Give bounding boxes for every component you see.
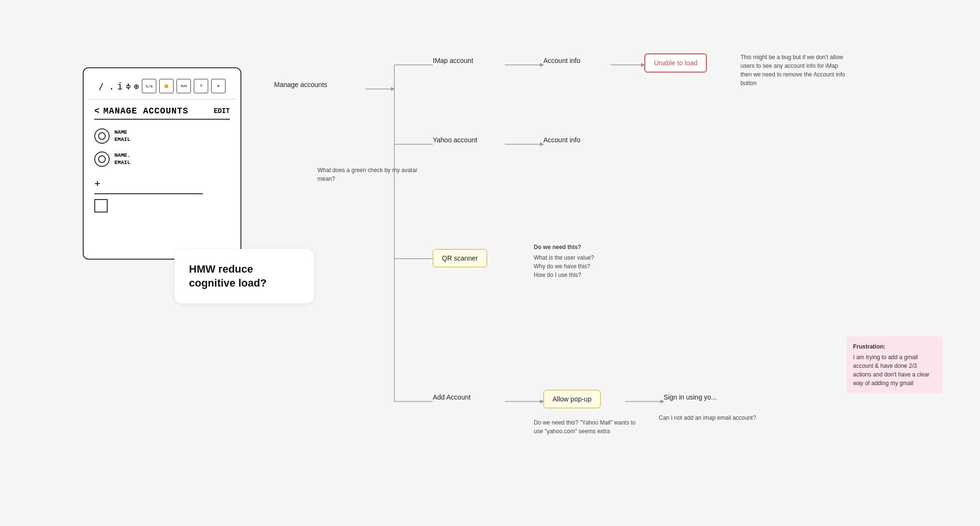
allow-popup-node: Allow pop-up bbox=[543, 390, 601, 408]
sketch-account-text-2: NAME. EMAIL bbox=[114, 152, 130, 167]
sketch-wireframe-card: / . i ≑ ⊕ 5/8 😊 Add ⠿ ⊞ < MANAGE ACCOUNT… bbox=[83, 67, 241, 260]
add-account-node: Add Account bbox=[433, 393, 471, 401]
qr-scanner-box: QR scanner bbox=[433, 249, 487, 267]
sketch-topbar: / . i ≑ ⊕ 5/8 😊 Add ⠿ ⊞ bbox=[88, 73, 236, 100]
flow-diagram: Manage accounts IMap account Account inf… bbox=[260, 48, 957, 481]
sketch-square-icon bbox=[94, 199, 108, 213]
allow-popup-label: Allow pop-up bbox=[553, 395, 591, 403]
sketch-account-row-2: NAME. EMAIL bbox=[88, 148, 236, 171]
imap-label: IMap account bbox=[433, 57, 473, 64]
manage-accounts-label: Manage accounts bbox=[274, 81, 327, 88]
imap-account-node: IMap account bbox=[433, 57, 473, 64]
sketch-header: < MANAGE ACCOUNTS EDIT bbox=[88, 100, 236, 119]
sketch-icon-3: Add bbox=[176, 79, 191, 93]
qr-annotation-title: Do we need this? bbox=[534, 243, 594, 251]
sketch-manage-accounts-title: MANAGE ACCOUNTS bbox=[103, 106, 210, 116]
add-account-label: Add Account bbox=[433, 393, 471, 401]
sketch-icon-2: 😊 bbox=[159, 79, 174, 93]
manage-accounts-node: Manage accounts bbox=[274, 81, 327, 88]
flow-connectors bbox=[260, 48, 957, 481]
sign-in-label: Sign in using yo... bbox=[664, 393, 717, 401]
sign-in-annotation: Can I not add an imap email account? bbox=[659, 413, 756, 422]
sketch-icon-4: ⠿ bbox=[194, 79, 208, 93]
sign-in-node: Sign in using yo... bbox=[664, 393, 717, 401]
imap-account-info-node: Account info bbox=[543, 57, 580, 64]
sketch-account-text-1: NAME EMAIL bbox=[114, 129, 130, 144]
sketch-icon-5: ⊞ bbox=[211, 79, 226, 93]
allow-popup-annotation-text: Do we need this? "Yahoo Mail" wants to u… bbox=[534, 419, 636, 435]
sketch-bottom: + bbox=[88, 171, 236, 216]
sketch-avatar-1 bbox=[94, 128, 110, 144]
allow-popup-annotation: Do we need this? "Yahoo Mail" wants to u… bbox=[534, 418, 640, 436]
allow-popup-box: Allow pop-up bbox=[543, 390, 601, 408]
frustration-title: Frustration: bbox=[853, 342, 936, 351]
back-arrow-icon: < bbox=[94, 106, 100, 116]
imap-account-info-label: Account info bbox=[543, 57, 580, 64]
sketch-icon-1: 5/8 bbox=[142, 79, 156, 93]
yahoo-account-info-node: Account info bbox=[543, 136, 580, 144]
sketch-avatar-inner-2 bbox=[98, 155, 106, 163]
frustration-body: I am trying to add a gmail account & hav… bbox=[853, 353, 936, 388]
yahoo-annotation-text: What does a green check by my avatar mea… bbox=[317, 167, 417, 182]
yahoo-account-node: Yahoo account bbox=[433, 136, 477, 144]
sketch-account-row-1: NAME EMAIL bbox=[88, 125, 236, 148]
qr-scanner-node: QR scanner bbox=[433, 249, 487, 267]
imap-annotation: This might be a bug but if we don't allo… bbox=[741, 53, 846, 88]
unable-to-load-label: Unable to load bbox=[654, 59, 697, 67]
sketch-plus-icon: + bbox=[94, 178, 230, 190]
unable-to-load-box: Unable to load bbox=[644, 53, 707, 73]
frustration-card: Frustration: I am trying to add a gmail … bbox=[846, 337, 942, 393]
qr-scanner-label: QR scanner bbox=[442, 254, 478, 262]
sign-in-annotation-text: Can I not add an imap email account? bbox=[659, 414, 756, 421]
unable-to-load-node: Unable to load bbox=[644, 53, 707, 73]
imap-annotation-text: This might be a bug but if we don't allo… bbox=[741, 54, 845, 87]
yahoo-annotation: What does a green check by my avatar mea… bbox=[317, 166, 423, 183]
qr-annotation: Do we need this? What is the user value?… bbox=[534, 243, 594, 279]
sketch-avatar-inner-1 bbox=[98, 132, 106, 140]
sketch-divider bbox=[94, 119, 230, 120]
sketch-separator-line bbox=[94, 193, 203, 194]
qr-annotation-body: What is the user value?Why do we have th… bbox=[534, 253, 594, 279]
sketch-avatar-2 bbox=[94, 151, 110, 167]
yahoo-label: Yahoo account bbox=[433, 136, 477, 144]
yahoo-account-info-label: Account info bbox=[543, 136, 580, 144]
sketch-edit-label: EDIT bbox=[214, 107, 230, 115]
